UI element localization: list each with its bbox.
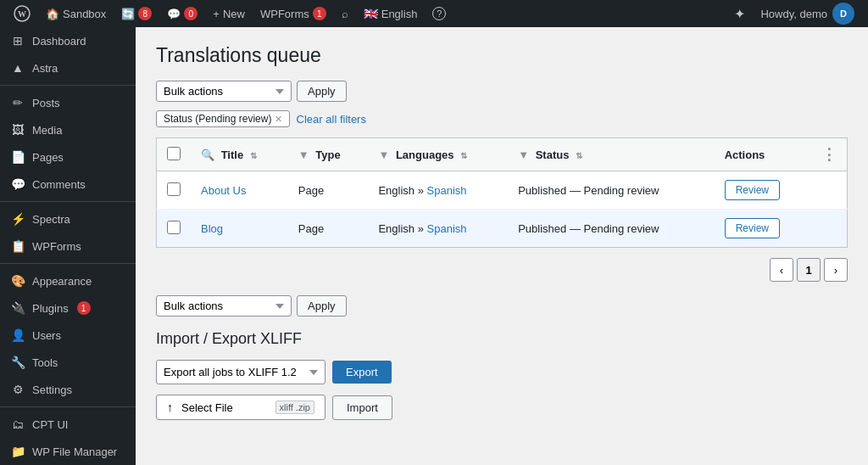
languages-column-header[interactable]: ▼ Languages ⇅ <box>368 138 508 171</box>
export-button[interactable]: Export <box>332 361 392 384</box>
type-cell-blog: Page <box>288 210 369 248</box>
sidebar-item-wpforms[interactable]: 📋 WPForms <box>0 232 136 260</box>
sidebar-item-posts[interactable]: ✏ Posts <box>0 89 136 116</box>
sidebar-item-label: Pages <box>32 151 64 164</box>
upload-icon: ↑ <box>167 401 173 414</box>
sidebar: ⊞ Dashboard ▲ Astra ✏ Posts 🖼 Media 📄 Pa… <box>0 27 136 465</box>
type-cell-about-us: Page <box>288 171 369 210</box>
column-options-icon[interactable]: ⋮ <box>821 146 837 163</box>
wpforms-badge: 1 <box>313 7 326 20</box>
avatar: D <box>832 3 854 25</box>
title-link-about-us[interactable]: About Us <box>201 184 246 197</box>
review-button-about-us[interactable]: Review <box>725 180 780 200</box>
import-button[interactable]: Import <box>332 395 392 420</box>
site-name-link[interactable]: 🏠 Sandbox <box>41 0 111 27</box>
ai-features-icon[interactable]: ✦ <box>729 0 750 27</box>
extra-cell <box>811 171 848 210</box>
sidebar-item-wpfilemanager[interactable]: 📁 WP File Manager <box>0 438 136 465</box>
next-page-button[interactable]: › <box>824 258 848 282</box>
sidebar-item-settings[interactable]: ⚙ Settings <box>0 376 136 403</box>
sidebar-item-dashboard[interactable]: ⊞ Dashboard <box>0 27 136 54</box>
wp-logo-link[interactable]: W <box>8 0 36 27</box>
sidebar-item-label: Comments <box>32 178 86 191</box>
languages-column-label: Languages <box>396 148 454 161</box>
sidebar-item-plugins[interactable]: 🔌 Plugins 1 <box>0 294 136 322</box>
sidebar-item-label: WP File Manager <box>32 445 117 458</box>
status-column-header[interactable]: ▼ Status ⇅ <box>508 138 714 171</box>
appearance-icon: 🎨 <box>10 274 25 288</box>
table-row: About Us Page English » Spanish Publishe… <box>157 171 848 210</box>
type-column-header[interactable]: ▼ Type <box>288 138 369 171</box>
table-row: Blog Page English » Spanish Published — … <box>157 210 848 248</box>
spectra-icon: ⚡ <box>10 212 25 226</box>
filter-tag-close[interactable]: × <box>275 113 281 125</box>
new-content-link[interactable]: + New <box>208 0 250 27</box>
comments-link[interactable]: 💬 0 <box>162 0 203 27</box>
sidebar-item-comments[interactable]: 💬 Comments <box>0 171 136 198</box>
lang-arrow: » <box>418 184 424 197</box>
help-link[interactable]: ? <box>427 0 451 27</box>
comments-icon: 💬 <box>10 177 25 191</box>
languages-cell-blog: English » Spanish <box>368 210 508 248</box>
title-cell-about-us: About Us <box>191 171 288 210</box>
title-sort-icon: ⇅ <box>250 151 257 160</box>
languages-filter-icon: ▼ <box>378 148 389 161</box>
title-link-blog[interactable]: Blog <box>201 222 223 235</box>
current-page-button[interactable]: 1 <box>797 258 821 282</box>
review-button-blog[interactable]: Review <box>725 218 780 238</box>
filemanager-icon: 📁 <box>10 445 25 458</box>
row-checkbox-blog[interactable] <box>167 221 181 234</box>
sidebar-separator <box>0 85 136 86</box>
row-checkbox-cell <box>157 210 192 248</box>
prev-page-button[interactable]: ‹ <box>770 258 793 282</box>
sidebar-item-label: CPT UI <box>32 418 68 431</box>
translations-table: 🔍 Title ⇅ ▼ Type ▼ Languages ⇅ ▼ <box>156 137 848 248</box>
media-icon: 🖼 <box>10 123 25 137</box>
title-cell-blog: Blog <box>191 210 288 248</box>
title-column-header[interactable]: 🔍 Title ⇅ <box>191 138 288 171</box>
row-checkbox-cell <box>157 171 192 210</box>
pagination: ‹ 1 › <box>156 258 848 282</box>
search-icon: ⌕ <box>342 8 348 20</box>
language-switcher[interactable]: 🇬🇧 English <box>359 0 423 27</box>
cptui-icon: 🗂 <box>10 417 25 431</box>
apply-button-top[interactable]: Apply <box>297 81 347 102</box>
sidebar-item-spectra[interactable]: ⚡ Spectra <box>0 205 136 232</box>
type-column-label: Type <box>315 148 340 161</box>
filter-tag-text: Status (Pending review) <box>164 113 271 125</box>
apply-button-bottom[interactable]: Apply <box>297 295 347 317</box>
row-checkbox-about-us[interactable] <box>167 182 181 196</box>
svg-text:W: W <box>18 9 26 19</box>
file-select-button[interactable]: ↑ Select File xliff .zip <box>156 395 326 420</box>
actions-column-label: Actions <box>725 148 765 161</box>
sidebar-item-appearance[interactable]: 🎨 Appearance <box>0 267 136 294</box>
sidebar-item-users[interactable]: 👤 Users <box>0 322 136 349</box>
sidebar-item-media[interactable]: 🖼 Media <box>0 116 136 143</box>
search-link[interactable]: ⌕ <box>337 0 353 27</box>
sidebar-item-tools[interactable]: 🔧 Tools <box>0 349 136 376</box>
sidebar-separator-3 <box>0 263 136 264</box>
status-cell-blog: Published — Pending review <box>508 210 714 248</box>
bulk-actions-select-bottom[interactable]: Bulk actions <box>156 295 292 317</box>
sidebar-item-cptui[interactable]: 🗂 CPT UI <box>0 411 136 438</box>
sidebar-item-label: WPForms <box>32 240 81 253</box>
extra-cell <box>811 210 848 248</box>
comments-icon: 💬 <box>167 8 181 20</box>
xliff-format-select[interactable]: Export all jobs to XLIFF 1.2 <box>156 360 326 384</box>
select-all-column <box>157 138 192 171</box>
main-layout: ⊞ Dashboard ▲ Astra ✏ Posts 🖼 Media 📄 Pa… <box>0 27 868 465</box>
sidebar-item-label: Media <box>32 124 62 137</box>
wpforms-link[interactable]: WPForms 1 <box>255 0 331 27</box>
sidebar-item-astra[interactable]: ▲ Astra <box>0 54 136 81</box>
sidebar-item-pages[interactable]: 📄 Pages <box>0 143 136 171</box>
sidebar-item-label: Plugins <box>32 302 69 315</box>
updates-link[interactable]: 🔄 8 <box>116 0 157 27</box>
dashboard-icon: ⊞ <box>10 34 25 48</box>
updates-icon: 🔄 <box>121 8 135 20</box>
clear-filters-link[interactable]: Clear all filters <box>297 113 366 126</box>
top-toolbar: Bulk actions Apply <box>156 81 848 102</box>
xliff-badge: xliff .zip <box>275 401 314 414</box>
user-menu[interactable]: Howdy, demo D <box>755 0 860 27</box>
select-all-checkbox[interactable] <box>167 147 181 160</box>
bulk-actions-select-top[interactable]: Bulk actions <box>156 81 292 102</box>
